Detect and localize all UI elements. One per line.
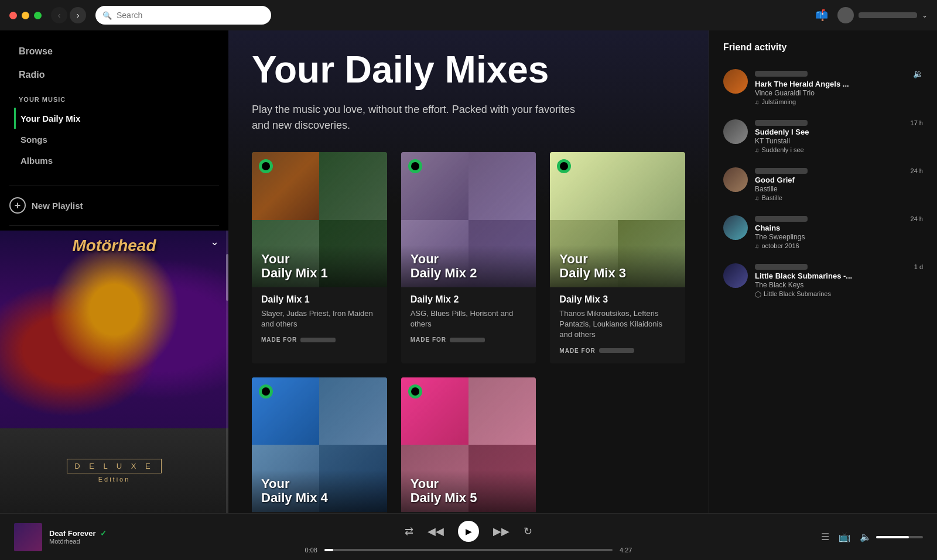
progress-bar[interactable] — [324, 549, 613, 551]
volume-icon-btn[interactable]: 🔈 — [860, 531, 871, 542]
friend-details-1: 🔉 Hark The Herald Angels ... Vince Guara… — [755, 69, 923, 105]
main-content: Your Daily Mixes Play the music you love… — [228, 30, 709, 513]
sidebar-item-albums[interactable]: Albums — [14, 150, 214, 171]
friend-item-3[interactable]: 24 h Good Grief Bastille ♫ Bastille — [719, 160, 928, 208]
mix2-name-label: Daily Mix 2 — [411, 266, 527, 280]
plus-icon: + — [9, 197, 26, 214]
music-note-icon-3: ♫ — [755, 195, 760, 201]
mix2-made-for-text: MADE FOR — [411, 336, 446, 343]
friend-name-5 — [755, 264, 808, 270]
deluxe-edition-line2: Edition — [98, 476, 131, 483]
sidebar-scrollbar[interactable] — [226, 231, 228, 513]
friend-header-1: 🔉 — [755, 69, 923, 78]
close-button[interactable] — [9, 12, 17, 19]
volume-track[interactable] — [876, 536, 923, 538]
friend-context-1: ♫ Julstämning — [755, 98, 923, 105]
sidebar-album-art[interactable]: Motörhead D E L U X E Edition ⌄ — [0, 231, 228, 513]
friend-time-4: 24 h — [911, 215, 923, 222]
player-buttons: ⇄ ◀◀ ▶ ▶▶ ↻ — [405, 521, 532, 542]
friend-name-3 — [755, 168, 808, 174]
prev-button[interactable]: ◀◀ — [428, 525, 444, 538]
forward-button[interactable]: › — [70, 7, 86, 23]
player-track-text: Deaf Forever ✓ Motörhead — [49, 529, 178, 545]
minimize-button[interactable] — [22, 12, 29, 19]
friend-item-1[interactable]: 🔉 Hark The Herald Angels ... Vince Guara… — [719, 62, 928, 112]
mix4-cell-2 — [319, 377, 387, 445]
friend-details-4: 24 h Chains The Sweeplings ♫ october 201… — [755, 215, 923, 249]
friend-track-5: Little Black Submarines -... — [755, 272, 923, 280]
mix1-info: Daily Mix 1 Slayer, Judas Priest, Iron M… — [252, 287, 387, 343]
mix1-artists: Slayer, Judas Priest, Iron Maiden and ot… — [261, 308, 378, 329]
mix-card-3[interactable]: Your Daily Mix 3 Daily Mix 3 Thanos Mikr… — [550, 152, 685, 363]
mix-card-2[interactable]: Your Daily Mix 2 Daily Mix 2 ASG, Blues … — [401, 152, 536, 363]
mix4-name-label: Daily Mix 4 — [261, 491, 378, 505]
sidebar-item-browse[interactable]: Browse — [14, 40, 214, 63]
friend-name-2 — [755, 120, 808, 126]
mix1-made-for-name — [300, 338, 336, 342]
friend-item-4[interactable]: 24 h Chains The Sweeplings ♫ october 201… — [719, 208, 928, 256]
friend-header-4: 24 h — [755, 215, 923, 222]
user-area[interactable]: ⌄ — [837, 7, 928, 23]
friend-avatar-5 — [723, 263, 748, 288]
search-bar[interactable]: 🔍 — [95, 6, 271, 25]
mix-card-4[interactable]: Your Daily Mix 4 Daily Mix 4 MADE FOR — [252, 377, 387, 513]
mix-card-5[interactable]: Your Daily Mix 5 Daily Mix 5 MADE FOR — [401, 377, 536, 513]
mix2-made-for-name — [450, 338, 485, 342]
mix3-name-label: Daily Mix 3 — [559, 266, 676, 280]
current-time: 0:08 — [299, 547, 317, 554]
friend-details-2: 17 h Suddenly I See KT Tunstall ♫ Sudden… — [755, 119, 923, 153]
mixes-grid: Your Daily Mix 1 Daily Mix 1 Slayer, Jud… — [252, 152, 685, 513]
mix1-made-for: MADE FOR — [261, 336, 378, 343]
titlebar-right: 📫 ⌄ — [815, 7, 928, 23]
mix-card-1[interactable]: Your Daily Mix 1 Daily Mix 1 Slayer, Jud… — [252, 152, 387, 363]
next-button[interactable]: ▶▶ — [493, 525, 509, 538]
friend-artist-5: The Black Keys — [755, 281, 923, 289]
mix3-made-for: MADE FOR — [559, 348, 676, 354]
mix1-cell-2 — [319, 152, 387, 219]
mix2-info: Daily Mix 2 ASG, Blues Pills, Horisont a… — [401, 287, 536, 343]
sidebar-item-your-daily-mix[interactable]: Your Daily Mix — [14, 108, 214, 129]
sidebar-item-radio[interactable]: Radio — [14, 63, 214, 87]
mix3-cell-2 — [618, 152, 685, 219]
friend-header-2: 17 h — [755, 119, 923, 126]
mix-artwork-1: Your Daily Mix 1 — [252, 152, 387, 287]
album-art-container: Motörhead D E L U X E Edition — [0, 231, 228, 513]
mix2-artists: ASG, Blues Pills, Horisont and others — [411, 308, 527, 329]
friend-item-5[interactable]: 1 d Little Black Submarines -... The Bla… — [719, 256, 928, 304]
device-button[interactable]: 📺 — [839, 531, 850, 542]
maximize-button[interactable] — [34, 12, 42, 19]
queue-button[interactable]: ☰ — [821, 531, 829, 542]
sidebar-divider-2 — [9, 225, 219, 226]
deluxe-edition-line1: D E L U X E — [67, 459, 162, 473]
progress-fill — [324, 549, 333, 551]
shuffle-button[interactable]: ⇄ — [405, 525, 413, 538]
mix2-title: Daily Mix 2 — [411, 294, 527, 305]
friend-context-3: ♫ Bastille — [755, 194, 923, 201]
mix1-your-label: Your — [261, 252, 378, 266]
album-art-bottom: D E L U X E Edition — [0, 428, 228, 513]
mix5-your-label: Your — [411, 477, 527, 491]
motorhead-text: Motörhead — [0, 236, 228, 255]
sidebar-item-songs[interactable]: Songs — [14, 129, 214, 150]
back-button[interactable]: ‹ — [51, 7, 67, 23]
mix4-label-overlay: Your Daily Mix 4 — [252, 470, 387, 512]
search-input[interactable] — [117, 11, 264, 20]
play-pause-button[interactable]: ▶ — [458, 521, 479, 542]
user-name-blur — [859, 12, 917, 18]
album-dropdown-arrow[interactable]: ⌄ — [210, 235, 219, 248]
mix2-your-label: Your — [411, 252, 527, 266]
repeat-button[interactable]: ↻ — [524, 525, 532, 538]
friend-name-4 — [755, 216, 808, 222]
new-playlist-button[interactable]: + New Playlist — [0, 190, 228, 221]
music-note-icon-2: ♫ — [755, 147, 760, 153]
friend-item-2[interactable]: 17 h Suddenly I See KT Tunstall ♫ Sudden… — [719, 112, 928, 160]
friend-avatar-1 — [723, 69, 748, 94]
inbox-icon[interactable]: 📫 — [815, 9, 828, 22]
friend-header-3: 24 h — [755, 167, 923, 174]
friend-context-4: ♫ october 2016 — [755, 242, 923, 249]
mix5-spotify-dot — [408, 384, 422, 398]
mix1-title: Daily Mix 1 — [261, 294, 378, 305]
player-progress: 0:08 4:27 — [299, 547, 638, 554]
player-right-controls: ☰ 📺 🔈 — [759, 531, 923, 542]
mix5-dot-inner — [411, 387, 419, 396]
